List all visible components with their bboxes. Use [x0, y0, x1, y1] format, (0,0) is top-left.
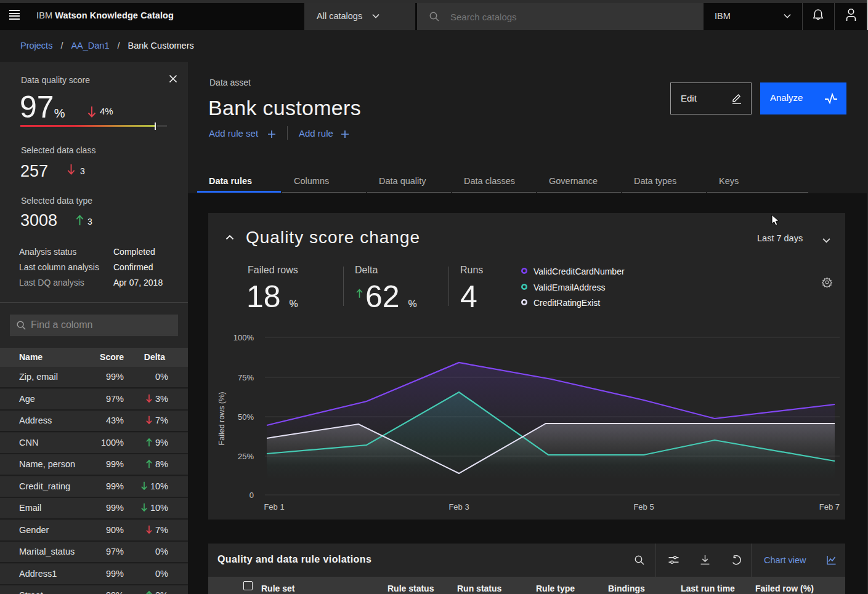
svg-text:Feb 5: Feb 5 — [633, 502, 654, 512]
svg-text:25%: 25% — [238, 452, 254, 461]
svg-text:50%: 50% — [238, 412, 254, 422]
svg-text:0: 0 — [249, 491, 254, 500]
svg-text:Feb 1: Feb 1 — [264, 502, 284, 512]
svg-text:Failed rows (%): Failed rows (%) — [217, 392, 226, 446]
svg-text:75%: 75% — [238, 373, 254, 382]
svg-text:100%: 100% — [233, 333, 254, 342]
svg-text:Feb 3: Feb 3 — [448, 502, 469, 512]
svg-text:Feb 7: Feb 7 — [819, 502, 840, 512]
